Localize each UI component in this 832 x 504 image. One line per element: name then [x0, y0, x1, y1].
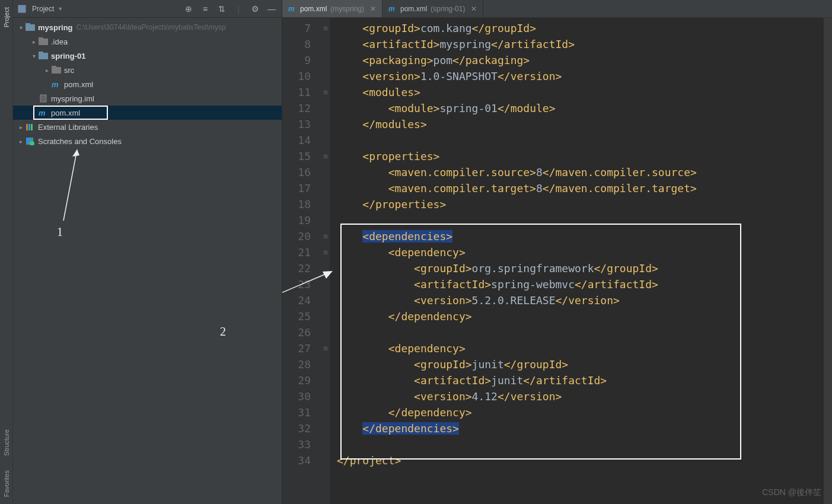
- tree-label: src: [64, 66, 74, 75]
- tree-label: myspring.iml: [51, 94, 94, 103]
- stripe-project[interactable]: Project: [3, 0, 10, 34]
- line-gutter: 7891011121314151617181920212223242526272…: [282, 18, 321, 504]
- scratch-icon: [25, 136, 36, 146]
- svg-rect-8: [52, 66, 56, 68]
- chevron-right-icon[interactable]: ▸: [43, 67, 51, 74]
- module-icon: [25, 23, 36, 32]
- code-area[interactable]: <groupId>com.kang</groupId> <artifactId>…: [330, 18, 824, 504]
- sidebar-title[interactable]: Project: [30, 4, 56, 14]
- svg-line-17: [63, 149, 77, 221]
- tab-pom-spring01[interactable]: m pom.xml (spring-01) ✕: [382, 0, 483, 17]
- maven-file-icon: m: [38, 108, 49, 117]
- tree-scratch[interactable]: ▸ Scratches and Consoles: [13, 134, 282, 148]
- tree-label: Scratches and Consoles: [38, 137, 122, 146]
- svg-text:m: m: [388, 5, 395, 13]
- tree-ext-lib[interactable]: ▸ External Libraries: [13, 120, 282, 134]
- chevron-right-icon[interactable]: ▸: [30, 39, 38, 45]
- tree-label: External Libraries: [38, 123, 98, 132]
- project-sidebar: Project ▼ ⊕ ≡ ⇅ | ⚙ — ▾ myspring C:\User…: [13, 0, 282, 504]
- tab-context: (myspring): [330, 5, 364, 13]
- chevron-right-icon[interactable]: ▸: [17, 138, 25, 145]
- svg-rect-13: [28, 124, 30, 130]
- folder-icon: [51, 65, 62, 75]
- tree-path: C:\Users\30744\IdeaProjects\mybatisTest\…: [76, 23, 226, 31]
- svg-rect-0: [18, 5, 25, 12]
- tool-stripe: Project Structure Favorites: [0, 0, 13, 504]
- tab-pom-myspring[interactable]: m pom.xml (myspring) ✕: [282, 0, 382, 17]
- maven-file-icon: m: [388, 5, 397, 13]
- tab-label: pom.xml: [400, 5, 427, 13]
- close-icon[interactable]: ✕: [471, 5, 477, 13]
- chevron-down-icon[interactable]: ▾: [17, 24, 25, 31]
- scrollbar[interactable]: [824, 18, 832, 504]
- tree-idea[interactable]: ▸ .idea: [13, 34, 282, 49]
- annotation-label-1: 1: [57, 225, 63, 239]
- module-icon: [38, 51, 49, 60]
- project-tree[interactable]: ▾ myspring C:\Users\30744\IdeaProjects\m…: [13, 18, 282, 504]
- maven-file-icon: m: [288, 5, 297, 13]
- dropdown-icon[interactable]: ▼: [58, 6, 63, 12]
- annotation-arrow-1: [55, 149, 90, 227]
- sidebar-header: Project ▼ ⊕ ≡ ⇅ | ⚙ —: [13, 0, 282, 18]
- tree-root[interactable]: ▾ myspring C:\Users\30744\IdeaProjects\m…: [13, 20, 282, 34]
- editor-body[interactable]: 7891011121314151617181920212223242526272…: [282, 18, 832, 504]
- tab-context: (spring-01): [431, 5, 465, 13]
- svg-rect-10: [40, 95, 46, 102]
- chevron-down-icon[interactable]: ▾: [30, 53, 38, 59]
- tree-iml[interactable]: myspring.iml: [13, 91, 282, 106]
- tree-label: spring-01: [51, 52, 86, 60]
- svg-rect-6: [39, 52, 43, 54]
- tree-label: pom.xml: [51, 109, 80, 117]
- svg-rect-4: [39, 37, 43, 40]
- folder-icon: [38, 37, 49, 46]
- svg-text:m: m: [288, 5, 295, 13]
- stripe-structure[interactable]: Structure: [3, 422, 10, 463]
- editor-pane: m pom.xml (myspring) ✕ m pom.xml (spring…: [282, 0, 832, 504]
- tree-label: .idea: [51, 37, 68, 46]
- svg-marker-18: [72, 149, 79, 157]
- locate-icon[interactable]: ⊕: [182, 2, 195, 15]
- tree-root-pom[interactable]: m pom.xml: [13, 106, 282, 120]
- svg-rect-14: [31, 124, 33, 130]
- project-view-icon: [17, 4, 27, 14]
- gear-icon[interactable]: ⚙: [248, 2, 262, 15]
- fold-strip[interactable]: ⊟⊟⊟⊟⊟⊟: [321, 18, 330, 504]
- tree-spring01[interactable]: ▾ spring-01: [13, 49, 282, 63]
- svg-text:m: m: [52, 80, 59, 88]
- hide-icon[interactable]: —: [265, 2, 278, 15]
- editor-tabs: m pom.xml (myspring) ✕ m pom.xml (spring…: [282, 0, 832, 18]
- tab-label: pom.xml: [300, 5, 327, 13]
- chevron-right-icon[interactable]: ▸: [17, 124, 25, 130]
- maven-file-icon: m: [51, 79, 62, 89]
- svg-text:m: m: [39, 109, 46, 117]
- tree-mod-pom[interactable]: m pom.xml: [13, 77, 282, 91]
- svg-rect-12: [26, 124, 28, 130]
- svg-rect-2: [25, 23, 30, 25]
- collapse-all-icon[interactable]: ⇅: [215, 2, 228, 15]
- library-icon: [25, 122, 36, 132]
- close-icon[interactable]: ✕: [370, 5, 376, 13]
- tree-label: pom.xml: [64, 80, 93, 89]
- stripe-favorites[interactable]: Favorites: [3, 463, 10, 504]
- file-icon: [38, 94, 49, 103]
- tree-src[interactable]: ▸ src: [13, 63, 282, 77]
- expand-all-icon[interactable]: ≡: [199, 2, 212, 15]
- watermark: CSDN @後伴笙: [762, 487, 821, 498]
- tree-label: myspring: [38, 23, 73, 32]
